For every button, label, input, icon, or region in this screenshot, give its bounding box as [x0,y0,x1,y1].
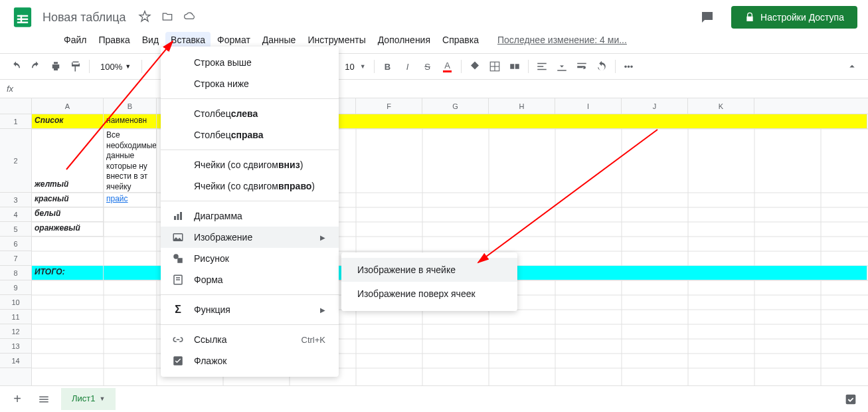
sigma-icon: Σ [171,303,185,316]
dd-cells-right[interactable]: Ячейки (со сдвигом вправо) [161,175,339,197]
svg-rect-1 [17,15,28,17]
col-header-K[interactable]: K [688,98,754,114]
dd-cells-down[interactable]: Ячейки (со сдвигом вниз) [161,154,339,175]
toolbar: 100%▼ 10 ▼ B I S A ••• [0,53,868,80]
row-header-8[interactable]: 8 [0,266,31,280]
row-header-12[interactable]: 12 [0,324,31,339]
col-header-B[interactable]: B [104,98,157,114]
add-sheet-button[interactable]: + [8,390,27,409]
strikethrough-button[interactable]: S [418,57,437,76]
italic-button[interactable]: I [398,57,417,76]
svg-rect-2 [17,19,28,20]
cell-A3[interactable]: красный [32,193,104,207]
cell-B2[interactable]: Все необходимые данные которые ну внести… [104,129,157,193]
row-header-13[interactable]: 13 [0,339,31,354]
col-header-G[interactable]: G [422,98,489,114]
merge-button[interactable] [505,57,524,76]
menu-addons[interactable]: Дополнения [373,32,436,48]
cell-A5[interactable]: оранжевый [32,222,104,237]
menu-data[interactable]: Данные [257,32,302,48]
menu-format[interactable]: Формат [212,32,256,48]
cell-A8[interactable]: ИТОГО: [32,266,104,280]
dd-image[interactable]: Изображение▶ [161,227,339,248]
row-header-11[interactable]: 11 [0,310,31,324]
wrap-button[interactable] [572,57,591,76]
rotate-button[interactable] [592,57,611,76]
cell-A2-label[interactable]: желтый [32,178,104,193]
zoom-select[interactable]: 100%▼ [94,62,137,72]
menubar: Файл Правка Вид Вставка Формат Данные Ин… [11,29,857,53]
cell-A4[interactable]: белый [32,207,104,222]
row-header-5[interactable]: 5 [0,222,31,237]
valign-button[interactable] [553,57,571,76]
print-button[interactable] [46,57,65,76]
col-header-A[interactable]: A [32,98,104,114]
submenu-image-in-cell[interactable]: Изображение в ячейке [341,258,517,282]
row-header-6[interactable]: 6 [0,237,31,251]
menu-help[interactable]: Справка [437,32,484,48]
menu-file[interactable]: Файл [58,32,92,48]
cell-B1[interactable]: наименовн [104,114,157,129]
menu-view[interactable]: Вид [137,32,164,48]
dd-chart[interactable]: Диаграмма [161,205,339,227]
bold-button[interactable]: B [379,57,397,76]
cloud-icon[interactable] [183,10,197,25]
shapes-icon [171,252,185,265]
dd-function[interactable]: ΣФункция▶ [161,299,339,320]
row-header-1[interactable]: 1 [0,114,31,129]
col-header-H[interactable]: H [489,98,555,114]
more-toolbar-button[interactable]: ••• [620,57,638,76]
explore-button[interactable] [841,390,860,409]
cell-B3[interactable]: прайс [104,193,157,207]
cell-A1[interactable]: Список [32,114,104,129]
fill-color-button[interactable] [466,57,484,76]
share-button[interactable]: Настройки Доступа [731,6,857,29]
row-header-14[interactable]: 14 [0,354,31,368]
undo-button[interactable] [7,57,25,76]
col-header-F[interactable]: F [356,98,422,114]
svg-rect-3 [17,22,28,23]
menu-insert[interactable]: Вставка [165,32,211,48]
col-header-J[interactable]: J [622,98,688,114]
row-header-3[interactable]: 3 [0,193,31,207]
submenu-image-over-cells[interactable]: Изображение поверх ячеек [341,282,517,306]
row-header-4[interactable]: 4 [0,207,31,222]
formula-bar[interactable]: fx [0,80,868,98]
dd-col-right[interactable]: Столбец справа [161,124,339,146]
dd-link[interactable]: СсылкаCtrl+K [161,329,339,350]
column-headers: A B C D E F G H I J K [32,98,868,114]
borders-button[interactable] [485,57,504,76]
dd-drawing[interactable]: Рисунок [161,248,339,269]
link-icon [171,333,185,346]
row-header-9[interactable]: 9 [0,280,31,295]
svg-rect-41 [177,258,183,263]
comments-button[interactable] [695,5,719,29]
last-edit-link[interactable]: Последнее изменение: 4 ми... [497,35,627,45]
select-all-corner[interactable] [0,98,32,114]
dd-row-above[interactable]: Строка выше [161,52,339,73]
all-sheets-button[interactable] [35,390,53,409]
sheet-tab-1[interactable]: Лист1▼ [61,388,116,410]
paint-format-button[interactable] [66,57,85,76]
menu-tools[interactable]: Инструменты [302,32,371,48]
menu-edit[interactable]: Правка [93,32,135,48]
row-header-7[interactable]: 7 [0,251,31,266]
fx-label: fx [7,84,13,94]
align-button[interactable] [533,57,551,76]
star-icon[interactable] [138,10,151,25]
doc-title[interactable]: Новая таблица [43,11,126,25]
toolbar-collapse-button[interactable] [843,57,861,76]
col-header-I[interactable]: I [555,98,622,114]
image-icon [171,231,185,244]
svg-rect-36 [174,216,176,220]
dd-form[interactable]: Форма [161,269,339,290]
move-icon[interactable] [161,10,174,25]
dd-checkbox[interactable]: Флажок [161,350,339,371]
dd-row-below[interactable]: Строка ниже [161,73,339,94]
font-size-select[interactable]: 10 [341,62,358,72]
row-header-2[interactable]: 2 [0,129,31,193]
text-color-button[interactable]: A [438,57,457,76]
dd-col-left[interactable]: Столбец слева [161,103,339,124]
redo-button[interactable] [27,57,45,76]
row-header-10[interactable]: 10 [0,295,31,310]
